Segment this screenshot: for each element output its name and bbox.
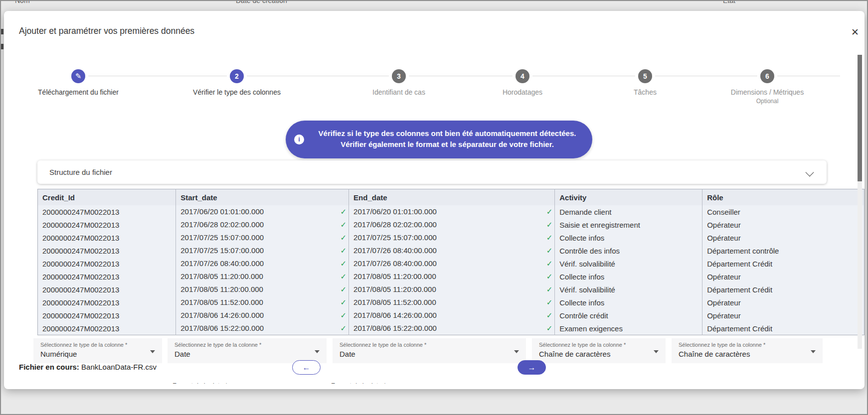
dropdown-arrow-icon [514,350,519,353]
scrollbar-thumb[interactable] [858,55,862,181]
column-type-select-5[interactable]: Sélectionnez le type de la colonne *Chaî… [672,338,823,363]
step-5-circle[interactable]: 5 [638,69,652,83]
table-cell: Opérateur [702,218,865,231]
cell-value: 2017/08/05 11:20:00.000 [180,272,263,280]
check-icon: ✓ [340,207,347,216]
file-status-label: Fichier en cours: [19,363,79,371]
clipped-field-label: Format de la date * [173,382,257,384]
check-icon: ✓ [340,259,347,268]
step-1-edit-icon[interactable]: ✎ [71,69,85,83]
bg-page-fragment [0,44,3,49]
step-3-circle[interactable]: 3 [392,69,406,83]
column-header-credit_id: Credit_Id [38,189,176,206]
column-type-select-3[interactable]: Sélectionnez le type de la colonne *Date [333,338,526,363]
table-cell: ✓2017/08/06 15:22:00.000 [349,322,555,335]
table-cell: Opérateur [702,231,865,244]
info-banner-text: Vérifiez si le type des colonnes ont bie… [310,128,585,150]
table-cell: ✓2017/08/05 11:20:00.000 [176,270,349,283]
table-row: 2000000247M0022013✓2017/06/28 02:02:00.0… [38,218,865,231]
step-2-label: Vérifier le type des colonnes [162,88,312,96]
table-cell: ✓2017/08/05 11:20:00.000 [349,270,555,283]
dropdown-arrow-icon [811,350,816,353]
cell-value: 2017/06/20 01:01:00.000 [353,207,437,216]
column-type-select-4[interactable]: Sélectionnez le type de la colonne *Chaî… [532,338,666,363]
column-type-select-value: Date [174,350,190,358]
table-row: 2000000247M0022013✓2017/08/05 11:52:00.0… [38,296,865,309]
table-cell: 2000000247M0022013 [38,257,176,270]
check-icon: ✓ [546,272,553,281]
current-file-status: Fichier en cours: BankLoanData-FR.csv [19,363,157,371]
table-cell: Conseiller [702,205,865,218]
info-banner-line1: Vérifiez si le type des colonnes ont bie… [310,128,585,139]
check-icon: ✓ [546,233,553,242]
cell-value: 2017/06/28 02:02:00.000 [353,220,437,229]
clipped-field-label: Format de la date * [331,382,416,384]
cell-value: 2017/06/20 01:01:00.000 [180,207,264,216]
table-cell: ✓2017/08/06 14:26:00.000 [349,309,555,322]
table-cell: 2000000247M0022013 [38,309,176,322]
cell-value: 2017/07/26 08:40:00.000 [353,259,437,268]
structure-section-header[interactable]: Structure du fichier [37,160,827,184]
table-cell: 2000000247M0022013 [38,322,176,335]
table-cell: ✓2017/06/28 02:02:00.000 [176,218,349,231]
info-banner: i Vérifiez si le type des colonnes ont b… [286,121,592,158]
table-cell: ✓2017/08/05 11:20:00.000 [176,283,349,296]
table-row: 2000000247M0022013✓2017/07/25 15:07:00.0… [38,231,865,244]
bg-column-etat: État [723,0,735,4]
column-type-select-label: Sélectionnez le type de la colonne * [679,342,765,348]
check-icon: ✓ [546,298,553,307]
back-button[interactable]: ← [292,360,321,375]
next-button[interactable]: → [518,360,546,375]
step-6-optional-note: Optional [693,98,842,105]
arrow-right-icon: → [528,363,536,372]
cell-value: 2017/08/06 14:26:00.000 [180,311,264,319]
table-cell: ✓2017/08/05 11:52:00.000 [349,296,555,309]
info-icon: i [294,135,304,144]
step-4-circle[interactable]: 4 [516,69,529,83]
bg-column-creation: Date de création [236,0,287,4]
table-row: 2000000247M0022013✓2017/07/26 08:40:00.0… [38,257,865,270]
table-cell: Vérif. solvalibilité [555,283,702,296]
table-cell: Collecte infos [555,231,702,244]
bg-column-nom: Nom [15,0,30,4]
import-wizard-dialog: Ajouter et paramétrer vos premières donn… [4,11,865,389]
table-cell: ✓2017/07/26 08:40:00.000 [176,257,349,270]
table-cell: ✓2017/07/25 15:07:00.000 [349,231,555,244]
table-cell: ✓2017/07/26 08:40:00.000 [349,257,555,270]
scrollbar-track[interactable] [858,55,862,349]
table-cell: Demande client [555,205,702,218]
close-icon[interactable]: ✕ [849,26,862,39]
table-cell: Collecte infos [555,296,702,309]
table-cell: 2000000247M0022013 [38,296,176,309]
cell-value: 2017/08/06 15:22:00.000 [353,324,437,332]
column-header-end_date: End_date [349,189,555,206]
table-cell: ✓2017/06/20 01:01:00.000 [349,205,555,218]
check-icon: ✓ [546,220,553,229]
column-type-select-2[interactable]: Sélectionnez le type de la colonne *Date [168,338,327,363]
table-row: 2000000247M0022013✓2017/08/05 11:20:00.0… [38,283,865,296]
table-cell: Département Crédit [702,322,865,335]
table-cell: Opérateur [702,270,865,283]
cell-value: 2017/08/06 15:22:00.000 [180,324,264,332]
cell-value: 2017/08/05 11:20:00.000 [180,285,263,293]
step-6-circle[interactable]: 6 [760,69,774,83]
table-row: 2000000247M0022013✓2017/08/06 15:22:00.0… [38,322,865,335]
column-type-select-1[interactable]: Sélectionnez le type de la colonne *Numé… [33,338,162,363]
table-row: 2000000247M0022013✓2017/08/05 11:20:00.0… [38,270,865,283]
table-cell: 2000000247M0022013 [38,231,176,244]
file-status-name: BankLoanData-FR.csv [81,363,157,371]
table-cell: Examen exigences [555,322,702,335]
table-cell: ✓2017/07/26 08:40:00.000 [349,244,555,257]
column-type-select-value: Chaîne de caractères [679,350,750,358]
table-cell: Département Crédit [702,283,865,296]
cell-value: 2017/08/05 11:52:00.000 [353,298,436,306]
table-cell: ✓2017/06/28 02:02:00.000 [349,218,555,231]
step-2-circle[interactable]: 2 [230,69,244,83]
table-cell: 2000000247M0022013 [38,218,176,231]
check-icon: ✓ [546,324,553,333]
table-cell: Opérateur [702,296,865,309]
table-cell: Saisie et enregistrement [555,218,702,231]
cell-value: 2017/07/25 15:07:00.000 [353,233,437,242]
column-type-select-label: Sélectionnez le type de la colonne * [40,342,127,348]
dropdown-arrow-icon [150,350,155,353]
